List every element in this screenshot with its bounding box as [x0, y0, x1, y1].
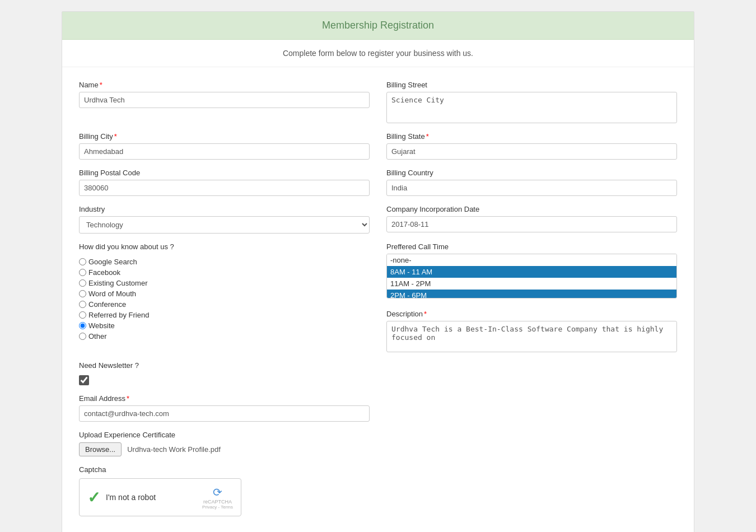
captcha-left: ✓ I'm not a robot	[87, 488, 156, 507]
col-name: Name*	[79, 81, 370, 123]
col-call-time: Preffered Call Time -none- 8AM - 11 AM 1…	[386, 242, 677, 352]
row-name-street: Name* Billing Street Science City	[79, 81, 677, 123]
billing-country-input[interactable]	[386, 180, 677, 196]
browse-button[interactable]: Browse...	[79, 442, 122, 456]
form-container: Membership Registration Complete form be…	[62, 11, 694, 532]
email-input[interactable]	[79, 405, 370, 422]
col-industry: Industry Technology Finance Healthcare E…	[79, 205, 370, 234]
captcha-checkmark: ✓	[87, 488, 100, 507]
col-newsletter: Need Newsletter ?	[79, 361, 370, 385]
captcha-label: Captcha	[79, 465, 677, 474]
description-section: Description* Urdhva Tech is a Best-In-Cl…	[386, 310, 677, 352]
radio-other[interactable]	[79, 333, 86, 340]
upload-section: Upload Experience Certificate Browse... …	[79, 431, 677, 456]
col-how: How did you know about us ? Google Searc…	[79, 242, 370, 352]
col-billing-country: Billing Country	[386, 169, 677, 196]
billing-city-input[interactable]	[79, 143, 370, 160]
checkbox-wrap	[79, 375, 370, 385]
radio-website[interactable]	[79, 322, 86, 329]
industry-label: Industry	[79, 205, 370, 213]
radio-google[interactable]	[79, 258, 86, 265]
radio-existing-label[interactable]: Existing Customer	[79, 279, 370, 287]
incorporation-input[interactable]	[386, 216, 677, 232]
billing-postal-label: Billing Postal Code	[79, 169, 370, 177]
call-time-listbox[interactable]: -none- 8AM - 11 AM 11AM - 2PM 2PM - 6PM …	[386, 254, 677, 298]
radio-wordofmouth-label[interactable]: Word of Mouth	[79, 290, 370, 298]
recaptcha-icon: ⟳	[213, 486, 222, 499]
radio-website-label[interactable]: Website	[79, 321, 370, 330]
billing-city-label: Billing City*	[79, 132, 370, 141]
upload-row: Browse... Urdhva-tech Work Profile.pdf	[79, 442, 677, 456]
row-how-calltime: How did you know about us ? Google Searc…	[79, 242, 677, 352]
radio-group: Google Search Facebook Existing Customer…	[79, 258, 370, 340]
incorporation-label: Company Incorporation Date	[386, 205, 677, 213]
recaptcha-brand: reCAPTCHA	[203, 499, 232, 505]
call-time-label: Preffered Call Time	[386, 242, 677, 251]
captcha-box[interactable]: ✓ I'm not a robot ⟳ reCAPTCHA Privacy - …	[79, 478, 241, 516]
col-billing-state: Billing State*	[386, 132, 677, 160]
col-right-empty	[386, 394, 677, 422]
newsletter-checkbox[interactable]	[79, 375, 89, 385]
captcha-right: ⟳ reCAPTCHA Privacy - Terms	[202, 486, 233, 510]
radio-conference-label[interactable]: Conference	[79, 300, 370, 309]
description-textarea[interactable]: Urdhva Tech is a Best-In-Class Software …	[386, 321, 677, 352]
col-billing-street: Billing Street Science City	[386, 81, 677, 123]
radio-referred[interactable]	[79, 311, 86, 319]
recaptcha-links: Privacy - Terms	[202, 505, 233, 510]
row-newsletter: Need Newsletter ?	[79, 361, 677, 385]
description-label: Description*	[386, 310, 677, 318]
captcha-section: Captcha ✓ I'm not a robot ⟳ reCAPTCHA Pr…	[79, 465, 677, 516]
billing-street-label: Billing Street	[386, 81, 677, 89]
file-name: Urdhva-tech Work Profile.pdf	[127, 445, 221, 454]
radio-referred-label[interactable]: Referred by Friend	[79, 311, 370, 319]
col-incorporation-date: Company Incorporation Date	[386, 205, 677, 234]
col-billing-postal: Billing Postal Code	[79, 169, 370, 196]
form-body: Name* Billing Street Science City Billin…	[62, 67, 694, 532]
col-email: Email Address*	[79, 394, 370, 422]
form-header: Membership Registration	[62, 12, 694, 40]
industry-select[interactable]: Technology Finance Healthcare Education …	[79, 216, 370, 234]
name-label: Name*	[79, 81, 370, 89]
radio-google-label[interactable]: Google Search	[79, 258, 370, 266]
how-label: How did you know about us ?	[79, 242, 370, 251]
col-right-placeholder	[386, 361, 677, 385]
row-postal-country: Billing Postal Code Billing Country	[79, 169, 677, 196]
radio-conference[interactable]	[79, 301, 86, 308]
row-industry-date: Industry Technology Finance Healthcare E…	[79, 205, 677, 234]
option-2pm[interactable]: 2PM - 6PM	[387, 290, 676, 298]
billing-state-label: Billing State*	[386, 132, 677, 141]
radio-existing[interactable]	[79, 279, 86, 287]
billing-country-label: Billing Country	[386, 169, 677, 177]
radio-other-label[interactable]: Other	[79, 332, 370, 340]
name-input[interactable]	[79, 92, 370, 108]
form-title: Membership Registration	[73, 20, 683, 31]
email-label: Email Address*	[79, 394, 370, 403]
billing-state-input[interactable]	[386, 143, 677, 160]
billing-postal-input[interactable]	[79, 180, 370, 196]
option-none[interactable]: -none-	[387, 254, 676, 266]
form-subtitle: Complete form below to register your bus…	[62, 40, 694, 67]
row-city-state: Billing City* Billing State*	[79, 132, 677, 160]
call-time-container: -none- 8AM - 11 AM 11AM - 2PM 2PM - 6PM …	[386, 254, 677, 298]
newsletter-label: Need Newsletter ?	[79, 361, 370, 370]
radio-wordofmouth[interactable]	[79, 290, 86, 297]
col-billing-city: Billing City*	[79, 132, 370, 160]
radio-facebook-label[interactable]: Facebook	[79, 268, 370, 277]
option-11am[interactable]: 11AM - 2PM	[387, 278, 676, 290]
row-email: Email Address*	[79, 394, 677, 422]
radio-facebook[interactable]	[79, 269, 86, 276]
option-8am[interactable]: 8AM - 11 AM	[387, 266, 676, 278]
billing-street-input[interactable]: Science City	[386, 92, 677, 123]
captcha-text: I'm not a robot	[106, 493, 156, 502]
upload-label: Upload Experience Certificate	[79, 431, 677, 439]
